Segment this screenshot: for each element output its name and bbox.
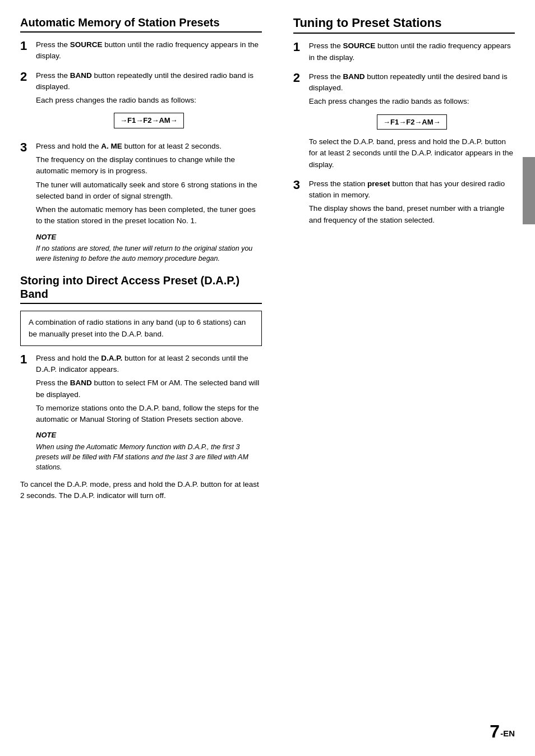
note1-text: If no stations are stored, the tuner wil… (36, 243, 262, 264)
tune-step2-content: Press the BAND button repeatedly until t… (309, 71, 515, 173)
page-number-value: 7 (490, 722, 500, 740)
tune-step3-content: Press the station preset button that has… (309, 178, 515, 228)
section2-title: Storing into Direct Access Preset (D.A.P… (20, 274, 262, 301)
section3-steps: 1 Press the SOURCE button until the radi… (293, 40, 515, 228)
step3-content: Press and hold the A. ME button for at l… (36, 141, 262, 264)
section1-steps: 1 Press the SOURCE button until the radi… (20, 39, 262, 264)
right-tab (523, 157, 535, 224)
page: Automatic Memory of Station Presets 1 Pr… (0, 0, 535, 756)
section3-divider (293, 33, 515, 34)
note1-label: NOTE (36, 232, 262, 243)
step1-item: 1 Press the SOURCE button until the radi… (20, 39, 262, 64)
step2-content: Press the BAND button repeatedly until t… (36, 70, 262, 135)
step3-text3: The tuner will automatically seek and st… (36, 179, 262, 202)
section1-title: Automatic Memory of Station Presets (20, 16, 262, 29)
tune-step1-item: 1 Press the SOURCE button until the radi… (293, 40, 515, 66)
page-number: 7-EN (490, 722, 515, 740)
note2-text: When using the Automatic Memory function… (36, 442, 262, 472)
dap-step1-text2: Press the BAND button to select FM or AM… (36, 377, 262, 400)
step3-number: 3 (20, 141, 36, 154)
step1-content: Press the SOURCE button until the radio … (36, 39, 262, 64)
section2-steps: 1 Press and hold the D.A.P. button for a… (20, 353, 262, 472)
tune-step2-number: 2 (293, 71, 309, 85)
section-auto-memory: Automatic Memory of Station Presets 1 Pr… (20, 16, 262, 264)
band-diagram-2: → F1 → F2 → AM → (377, 114, 447, 130)
step2-item: 2 Press the BAND button repeatedly until… (20, 70, 262, 135)
section-tuning: Tuning to Preset Stations 1 Press the SO… (293, 16, 515, 228)
dap-cancel-text: To cancel the D.A.P. mode, press and hol… (20, 479, 262, 502)
step2-text1: Press the BAND button repeatedly until t… (36, 70, 262, 93)
tune-step2-text2: Each press changes the radio bands as fo… (309, 96, 515, 107)
tune-step1-text: Press the SOURCE button until the radio … (309, 40, 515, 63)
section-dap: Storing into Direct Access Preset (D.A.P… (20, 274, 262, 501)
right-column: Tuning to Preset Stations 1 Press the SO… (278, 16, 515, 734)
step3-item: 3 Press and hold the A. ME button for at… (20, 141, 262, 264)
step3-text4: When the automatic memory has been compl… (36, 204, 262, 227)
left-column: Automatic Memory of Station Presets 1 Pr… (20, 16, 278, 734)
step3-text2: The frequency on the display continues t… (36, 154, 262, 177)
tune-step3-text1: Press the station preset button that has… (309, 178, 515, 201)
dap-step1-text3: To memorize stations onto the D.A.P. ban… (36, 403, 262, 426)
step2-text2: Each press changes the radio bands as fo… (36, 95, 262, 106)
dap-step1-content: Press and hold the D.A.P. button for at … (36, 353, 262, 472)
columns: Automatic Memory of Station Presets 1 Pr… (20, 16, 515, 734)
page-number-suffix: -EN (500, 729, 515, 737)
tune-step2-item: 2 Press the BAND button repeatedly until… (293, 71, 515, 173)
note2-label: NOTE (36, 430, 262, 441)
dap-box: A combination of radio stations in any b… (20, 311, 262, 346)
dap-step1-text1: Press and hold the D.A.P. button for at … (36, 353, 262, 376)
tune-step2-diagram-container: → F1 → F2 → AM → (309, 111, 515, 133)
section1-divider (20, 31, 262, 33)
dap-step1-item: 1 Press and hold the D.A.P. button for a… (20, 353, 262, 472)
step2-diagram-container: → F1 → F2 → AM → (36, 109, 262, 132)
tune-step2-text1: Press the BAND button repeatedly until t… (309, 71, 515, 94)
tune-step1-content: Press the SOURCE button until the radio … (309, 40, 515, 66)
tune-step3-number: 3 (293, 178, 309, 192)
step3-text1: Press and hold the A. ME button for at l… (36, 141, 262, 152)
band-diagram-1: → F1 → F2 → AM → (114, 113, 184, 128)
section2-divider (20, 303, 262, 304)
tune-step3-item: 3 Press the station preset button that h… (293, 178, 515, 228)
step2-number: 2 (20, 70, 36, 84)
tune-step3-text2: The display shows the band, preset numbe… (309, 203, 515, 226)
step1-number: 1 (20, 39, 36, 53)
section3-title: Tuning to Preset Stations (293, 16, 515, 30)
dap-step1-number: 1 (20, 353, 36, 366)
tune-step2-extra: To select the D.A.P. band, press and hol… (309, 136, 515, 170)
step1-text: Press the SOURCE button until the radio … (36, 39, 262, 62)
tune-step1-number: 1 (293, 40, 309, 54)
